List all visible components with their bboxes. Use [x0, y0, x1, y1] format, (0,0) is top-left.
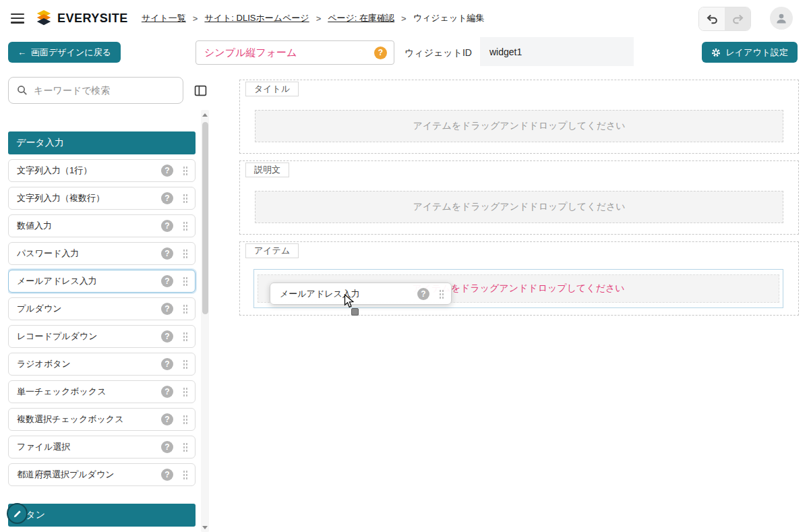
section-label: 説明文 [245, 162, 289, 177]
help-icon[interactable]: ? [161, 192, 173, 204]
palette-item[interactable]: 複数選択チェックボックス ? [8, 408, 196, 431]
drag-handle-icon[interactable] [183, 332, 188, 341]
help-icon[interactable]: ? [161, 330, 173, 343]
layout-settings-label: レイアウト設定 [725, 47, 788, 59]
drag-handle-icon[interactable] [183, 304, 188, 314]
breadcrumb-current: ウィジェット編集 [413, 12, 485, 24]
app-logo[interactable]: EVERYSITE [35, 9, 128, 27]
help-icon[interactable]: ? [161, 469, 173, 481]
help-icon[interactable]: ? [161, 386, 173, 398]
widget-palette: データ入力 文字列入力（1行） ? 文字列入力（複数行） ? 数値入力 ? パス… [8, 77, 209, 532]
drag-handle-icon[interactable] [183, 442, 188, 452]
layout-settings-button[interactable]: レイアウト設定 [702, 42, 798, 63]
palette-item-label: レコードプルダウン [17, 330, 156, 343]
scroll-up-arrow[interactable] [201, 110, 209, 119]
section-label: アイテム [245, 243, 299, 258]
breadcrumb-site[interactable]: サイト: DLISホームページ [204, 12, 309, 24]
palette-item[interactable]: 文字列入力（1行） ? [8, 159, 196, 182]
palette-item-dragging[interactable]: メールアドレス入力 ? [8, 270, 196, 293]
widget-id-field: widget1 [480, 37, 634, 66]
palette-item[interactable]: レコードプルダウン ? [8, 325, 196, 348]
redo-button[interactable] [725, 7, 750, 30]
palette-item[interactable]: ファイル選択 ? [8, 436, 196, 459]
palette-item-label: 都道府県選択プルダウン [17, 469, 156, 481]
drag-handle-icon[interactable] [183, 470, 188, 479]
edit-fab-button[interactable] [7, 503, 28, 524]
palette-item[interactable]: 文字列入力（複数行） ? [8, 187, 196, 210]
drag-handle-icon[interactable] [183, 359, 188, 369]
section-title: タイトル アイテムをドラッグアンドドロップしてください [239, 80, 799, 154]
help-icon[interactable]: ? [161, 303, 173, 315]
drag-handle-icon[interactable] [183, 166, 188, 175]
help-icon[interactable]: ? [161, 413, 173, 425]
drag-indicator-icon [351, 308, 359, 316]
drag-handle-icon[interactable] [183, 276, 188, 286]
drag-handle-icon[interactable] [183, 415, 188, 424]
widget-toolbar: ← 画面デザインに戻る ? ウィジェットID widget1 レイアウト設定 [0, 36, 809, 74]
help-icon[interactable]: ? [161, 358, 173, 370]
dropzone-title[interactable]: アイテムをドラッグアンドドロップしてください [255, 110, 783, 142]
drag-handle-icon[interactable] [183, 249, 188, 258]
help-icon[interactable]: ? [161, 247, 173, 260]
palette-item-label: プルダウン [17, 303, 156, 315]
widget-name-input[interactable] [204, 47, 374, 59]
logo-text: EVERYSITE [57, 11, 128, 26]
help-icon: ? [417, 288, 429, 300]
palette-group-header: ボタン [8, 504, 196, 527]
palette-item-label: 文字列入力（複数行） [17, 192, 156, 204]
search-input[interactable] [34, 85, 175, 96]
widget-id-label: ウィジェットID [404, 47, 472, 59]
palette-item-label: 数値入力 [17, 220, 156, 232]
person-icon [775, 11, 788, 25]
palette-item-label: 複数選択チェックボックス [17, 413, 156, 425]
palette-list: データ入力 文字列入力（1行） ? 文字列入力（複数行） ? 数値入力 ? パス… [8, 131, 196, 531]
palette-item[interactable]: パスワード入力 ? [8, 242, 196, 265]
palette-item-label: パスワード入力 [17, 247, 156, 260]
breadcrumb-separator: > [401, 13, 407, 24]
user-avatar[interactable] [770, 7, 793, 30]
breadcrumb-page[interactable]: ページ: 在庫確認 [328, 12, 394, 24]
palette-group-header: データ入力 [8, 131, 196, 154]
widget-id-value: widget1 [489, 47, 522, 57]
drag-handle-icon[interactable] [183, 194, 188, 203]
drag-handle-icon[interactable] [183, 387, 188, 396]
undo-button[interactable] [699, 7, 725, 30]
palette-item-label: 文字列入力（1行） [17, 165, 156, 177]
back-button[interactable]: ← 画面デザインに戻る [8, 42, 121, 63]
back-button-label: 画面デザインに戻る [31, 47, 111, 59]
palette-item[interactable]: 単一チェックボックス ? [8, 380, 196, 403]
collapse-panel-button[interactable] [191, 80, 209, 102]
drag-handle-icon[interactable] [183, 221, 188, 231]
menu-icon[interactable] [11, 13, 24, 24]
redo-icon [732, 14, 744, 24]
scrollbar-thumb[interactable] [202, 122, 208, 314]
help-icon[interactable]: ? [161, 165, 173, 177]
breadcrumb-separator: > [316, 13, 322, 24]
palette-item[interactable]: ラジオボタン ? [8, 353, 196, 376]
breadcrumb-separator: > [193, 13, 198, 24]
breadcrumb-site-list[interactable]: サイト一覧 [142, 12, 186, 24]
palette-item[interactable]: プルダウン ? [8, 297, 196, 320]
pencil-icon [13, 509, 22, 519]
logo-icon [35, 9, 53, 27]
scroll-down-arrow[interactable] [201, 523, 209, 532]
breadcrumb: サイト一覧 > サイト: DLISホームページ > ページ: 在庫確認 > ウィ… [142, 12, 485, 24]
palette-item-label: メールアドレス入力 [17, 275, 156, 287]
section-description: 説明文 アイテムをドラッグアンドドロップしてください [239, 160, 799, 235]
widget-name-field[interactable]: ? [196, 40, 394, 65]
drag-ghost: メールアドレス入力 ? [270, 283, 452, 305]
palette-item-label: ファイル選択 [17, 441, 156, 453]
palette-item[interactable]: 数値入力 ? [8, 214, 196, 237]
palette-item[interactable]: 都道府県選択プルダウン ? [8, 463, 196, 486]
dropzone-description[interactable]: アイテムをドラッグアンドドロップしてください [255, 191, 783, 223]
help-icon[interactable]: ? [161, 220, 173, 232]
gear-icon [711, 48, 721, 57]
palette-scrollbar[interactable] [201, 110, 209, 532]
help-icon[interactable]: ? [161, 275, 173, 287]
search-box[interactable] [8, 77, 183, 104]
help-icon[interactable]: ? [374, 47, 387, 59]
back-arrow-icon: ← [18, 47, 26, 57]
undo-icon [707, 14, 718, 24]
section-label: タイトル [245, 82, 299, 96]
help-icon[interactable]: ? [161, 441, 173, 453]
